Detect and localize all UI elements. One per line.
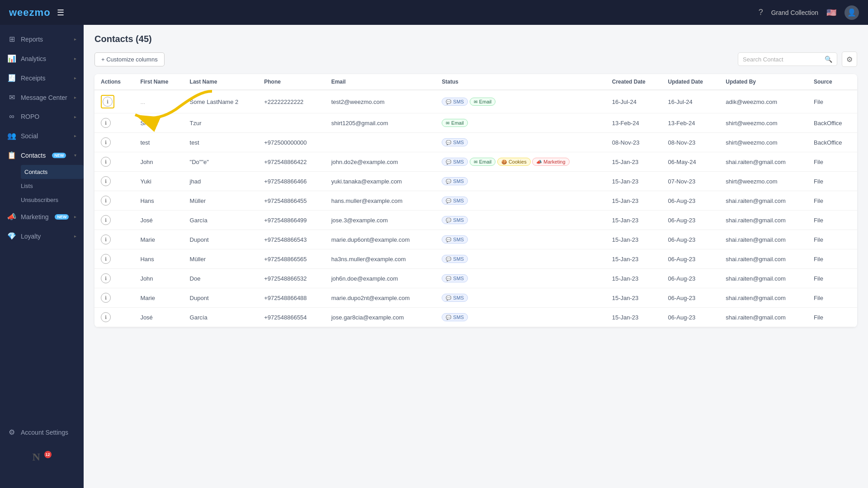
cell-email: hans.muller@example.com <box>325 191 436 211</box>
cell-created-date: 15-Jan-23 <box>606 172 662 191</box>
sms-icon: 💬 <box>446 160 451 164</box>
cell-last-name: García <box>184 308 258 327</box>
cell-updated-by: shirt@weezmo.com <box>719 172 807 191</box>
cell-source: File <box>807 172 857 191</box>
cell-source: File <box>807 288 857 308</box>
receipts-arrow: ▸ <box>74 75 76 80</box>
marketing-arrow: ▸ <box>74 214 76 219</box>
info-icon[interactable]: ℹ <box>101 157 111 167</box>
reports-arrow: ▸ <box>74 37 76 42</box>
page-title: Contacts (45) <box>94 34 857 44</box>
sidebar-item-loyalty[interactable]: 💎 Loyalty ▸ <box>0 226 84 246</box>
info-icon[interactable]: ℹ <box>101 196 111 206</box>
info-icon[interactable]: ℹ <box>101 312 111 322</box>
col-phone: Phone <box>258 74 325 90</box>
info-icon[interactable]: ℹ <box>101 254 111 264</box>
cell-email: marie.dupo2nt@example.com <box>325 288 436 308</box>
cell-first-name: Marie <box>134 230 183 249</box>
sms-icon: 💬 <box>446 99 451 104</box>
sidebar-item-account-settings[interactable]: ⚙ Account Settings <box>0 422 84 442</box>
cell-updated-date: 06-Aug-23 <box>662 308 720 327</box>
status-tag-sms: 💬SMS <box>442 235 468 244</box>
table-row: ℹJoséGarcía+972548866499jose.3@example.c… <box>94 211 857 230</box>
sidebar-sub-item-lists[interactable]: Lists <box>21 179 84 193</box>
notification-widget[interactable]: N 12 <box>0 442 84 479</box>
reports-icon: ⊞ <box>7 35 16 43</box>
customize-columns-button[interactable]: + Customize columns <box>94 52 165 66</box>
cell-last-name: Müller <box>184 191 258 211</box>
cell-status: 💬SMS <box>435 230 605 249</box>
help-icon[interactable]: ? <box>759 8 763 17</box>
sidebar-label-account-settings: Account Settings <box>21 429 68 436</box>
table-row: ℹtesttest+972500000000💬SMS08-Nov-2308-No… <box>94 133 857 152</box>
sms-icon: 💬 <box>446 296 451 300</box>
info-icon[interactable]: ℹ <box>101 215 111 225</box>
contacts-arrow: ▾ <box>74 153 76 158</box>
info-icon[interactable]: ℹ <box>101 273 111 283</box>
sms-icon: 💬 <box>446 237 451 242</box>
info-icon[interactable]: ℹ <box>103 97 113 107</box>
cell-source: BackOffice <box>807 113 857 133</box>
table-row: ℹJoséGarcía+972548866554jose.gar8cia@exa… <box>94 308 857 327</box>
search-box[interactable]: 🔍 <box>738 52 837 66</box>
cell-actions: ℹ <box>94 308 134 327</box>
sms-icon: 💬 <box>446 198 451 203</box>
sidebar-label-analytics: Analytics <box>21 55 46 62</box>
cell-actions: ℹ <box>94 288 134 308</box>
sidebar-item-analytics[interactable]: 📊 Analytics ▸ <box>0 49 84 68</box>
status-tag-sms: 💬SMS <box>442 177 468 185</box>
cell-status: 💬SMS <box>435 191 605 211</box>
cell-email: ha3ns.muller@example.com <box>325 249 436 269</box>
cell-created-date: 15-Jan-23 <box>606 230 662 249</box>
sidebar-item-contacts[interactable]: 📋 Contacts NEW ▾ <box>0 145 84 165</box>
cell-email: shirt1205@gmail.com <box>325 113 436 133</box>
col-actions: Actions <box>94 74 134 90</box>
info-icon[interactable]: ℹ <box>101 176 111 186</box>
cell-source: File <box>807 249 857 269</box>
email-icon: ✉ <box>474 160 477 164</box>
cell-last-name: Müller <box>184 249 258 269</box>
table-row: ℹJohnDoe+972548866532joh6n.doe@example.c… <box>94 269 857 288</box>
toolbar: + Customize columns 🔍 ⚙ <box>94 52 857 67</box>
info-icon[interactable]: ℹ <box>101 293 111 303</box>
filter-button[interactable]: ⚙ <box>842 52 857 67</box>
cell-created-date: 15-Jan-23 <box>606 249 662 269</box>
hamburger-menu[interactable]: ☰ <box>57 8 64 18</box>
info-icon[interactable]: ℹ <box>101 118 111 128</box>
sidebar-item-reports[interactable]: ⊞ Reports ▸ <box>0 29 84 49</box>
cell-first-name: José <box>134 308 183 327</box>
cell-actions: ℹ <box>94 191 134 211</box>
cell-updated-date: 06-Aug-23 <box>662 191 720 211</box>
sidebar-item-message-center[interactable]: ✉ Message Center ▸ <box>0 88 84 107</box>
sidebar-item-receipts[interactable]: 🧾 Receipts ▸ <box>0 68 84 88</box>
col-status: Status <box>435 74 605 90</box>
sidebar-item-social[interactable]: 👥 Social ▸ <box>0 126 84 145</box>
cell-last-name: jhad <box>184 172 258 191</box>
notification-icon[interactable]: N 12 <box>33 451 52 470</box>
search-input[interactable] <box>743 56 821 63</box>
status-tag-sms: 💬SMS <box>442 313 468 321</box>
cell-updated-by: shai.raiten@gmail.com <box>719 230 807 249</box>
status-tag-email: ✉Email <box>470 158 496 166</box>
cell-email <box>325 133 436 152</box>
cell-actions: ℹ <box>94 90 134 113</box>
status-tag-sms: 💬SMS <box>442 255 468 263</box>
cell-actions: ℹ <box>94 211 134 230</box>
info-icon[interactable]: ℹ <box>101 235 111 244</box>
table-row: ℹShirTzurshirt1205@gmail.com✉Email13-Feb… <box>94 113 857 133</box>
cell-status: ✉Email <box>435 113 605 133</box>
avatar[interactable]: 👤 <box>844 5 859 20</box>
sidebar-item-marketing[interactable]: 📣 Marketing NEW ▸ <box>0 207 84 226</box>
info-icon[interactable]: ℹ <box>101 137 111 147</box>
main-content: Contacts (45) + Customize columns 🔍 ⚙ <box>84 25 868 488</box>
info-button-highlighted[interactable]: ℹ <box>101 95 114 108</box>
cell-first-name: John <box>134 152 183 172</box>
sidebar-sub-item-contacts-list[interactable]: Contacts <box>21 165 84 179</box>
sidebar-item-ropo[interactable]: ∞ ROPO ▸ <box>0 107 84 126</box>
table-row: ℹJohn"Do""e"+972548866422john.do2e@examp… <box>94 152 857 172</box>
cell-updated-date: 16-Jul-24 <box>662 90 720 113</box>
cookies-icon: 🍪 <box>501 160 507 164</box>
notification-badge: 12 <box>44 451 52 458</box>
sidebar-label-ropo: ROPO <box>21 113 39 120</box>
sidebar-sub-item-unsubscribers[interactable]: Unsubscribers <box>21 193 84 207</box>
